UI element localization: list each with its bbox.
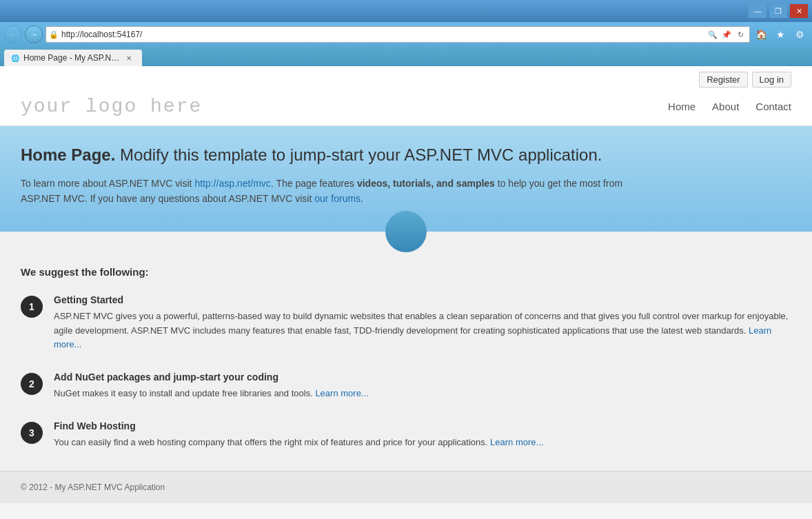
tab-title: Home Page - My ASP.NET ... — [23, 53, 120, 63]
active-tab[interactable]: 🌐 Home Page - My ASP.NET ... ✕ — [4, 50, 142, 66]
content-area: We suggest the following: 1 Getting Star… — [0, 232, 812, 471]
search-icon[interactable]: 🔍 — [707, 28, 719, 41]
hero-text-middle: . The page features — [271, 178, 357, 189]
site-footer: © 2012 - My ASP.NET MVC Application — [0, 471, 812, 503]
step-description-1: ASP.NET MVC gives you a powerful, patter… — [54, 309, 791, 352]
suggest-heading: We suggest the following: — [21, 266, 791, 278]
security-icon: 🔒 — [49, 30, 59, 39]
hero-title: Home Page. Modify this template to jump-… — [21, 145, 791, 165]
forward-button[interactable]: → — [25, 26, 43, 43]
toolbar-right-icons: 🏠 ★ ⚙ — [753, 26, 808, 43]
step-number-2: 2 — [21, 373, 43, 395]
step-content-2: Add NuGet packages and jump-start your c… — [54, 372, 369, 401]
tab-favicon: 🌐 — [11, 54, 19, 62]
nav-home[interactable]: Home — [668, 99, 696, 114]
login-button[interactable]: Log in — [752, 72, 791, 88]
step-title-2: Add NuGet packages and jump-start your c… — [54, 372, 369, 383]
step-number-1: 1 — [21, 296, 43, 318]
logo: your logo here — [21, 96, 202, 117]
step-2-link[interactable]: Learn more... — [315, 388, 368, 398]
site-header: Register Log in your logo here Home Abou… — [0, 66, 812, 126]
step-description-3: You can easily find a web hosting compan… — [54, 436, 543, 450]
nav-about[interactable]: About — [712, 99, 739, 114]
step-title-3: Find Web Hosting — [54, 420, 543, 431]
copyright-text: © 2012 - My ASP.NET MVC Application — [21, 482, 165, 492]
hero-circle-decoration — [385, 211, 427, 252]
browser-chrome: — ❐ ✕ ← → 🔒 🔍 📌 ↻ 🏠 ★ ⚙ 🌐 Home Page - My… — [0, 0, 812, 66]
step-content-3: Find Web Hosting You can easily find a w… — [54, 420, 543, 450]
step-title-1: Getting Started — [54, 294, 791, 305]
header-top: Register Log in — [21, 66, 791, 90]
browser-toolbar: ← → 🔒 🔍 📌 ↻ 🏠 ★ ⚙ — [0, 22, 812, 47]
pin-icon[interactable]: 📌 — [720, 28, 733, 41]
hero-paragraph: To learn more about ASP.NET MVC visit ht… — [21, 176, 655, 207]
hero-title-rest: Modify this template to jump-start your … — [120, 145, 602, 164]
step-number-3: 3 — [21, 422, 43, 444]
page-wrapper: Register Log in your logo here Home Abou… — [0, 66, 812, 519]
nav-menu: Home About Contact — [668, 99, 791, 114]
logo-area: your logo here Home About Contact — [21, 90, 791, 125]
hero-text-bold: videos, tutorials, and samples — [357, 178, 495, 189]
minimize-button[interactable]: — — [749, 4, 767, 18]
forums-link[interactable]: our forums — [314, 193, 361, 204]
list-item: 2 Add NuGet packages and jump-start your… — [21, 372, 791, 401]
browser-tabs: 🌐 Home Page - My ASP.NET ... ✕ — [0, 47, 812, 66]
list-item: 3 Find Web Hosting You can easily find a… — [21, 420, 791, 450]
nav-contact[interactable]: Contact — [755, 99, 791, 114]
step-3-link[interactable]: Learn more... — [490, 437, 543, 447]
register-button[interactable]: Register — [699, 72, 747, 88]
refresh-icon[interactable]: ↻ — [734, 28, 747, 41]
hero-banner: Home Page. Modify this template to jump-… — [0, 126, 812, 232]
back-button[interactable]: ← — [4, 26, 22, 43]
favorites-icon[interactable]: ★ — [772, 26, 789, 43]
step-description-2: NuGet makes it easy to install and updat… — [54, 387, 369, 401]
url-input[interactable] — [61, 30, 707, 39]
step-content-1: Getting Started ASP.NET MVC gives you a … — [54, 294, 791, 352]
hero-text-start: To learn more about ASP.NET MVC visit — [21, 178, 194, 189]
list-item: 1 Getting Started ASP.NET MVC gives you … — [21, 294, 791, 352]
address-bar-icons: 🔍 📌 ↻ — [707, 28, 747, 41]
hero-title-bold: Home Page. — [21, 145, 115, 164]
steps-list: 1 Getting Started ASP.NET MVC gives you … — [21, 294, 791, 450]
close-button[interactable]: ✕ — [790, 4, 808, 18]
tab-close-button[interactable]: ✕ — [124, 53, 134, 63]
home-icon[interactable]: 🏠 — [753, 26, 769, 43]
hero-text-close: . — [361, 193, 363, 204]
window-controls: — ❐ ✕ — [749, 4, 808, 18]
browser-titlebar: — ❐ ✕ — [0, 0, 812, 22]
asp-mvc-link[interactable]: http://asp.net/mvc — [194, 178, 271, 189]
address-bar: 🔒 🔍 📌 ↻ — [45, 26, 750, 43]
settings-icon[interactable]: ⚙ — [791, 26, 808, 43]
maximize-button[interactable]: ❐ — [769, 4, 787, 18]
